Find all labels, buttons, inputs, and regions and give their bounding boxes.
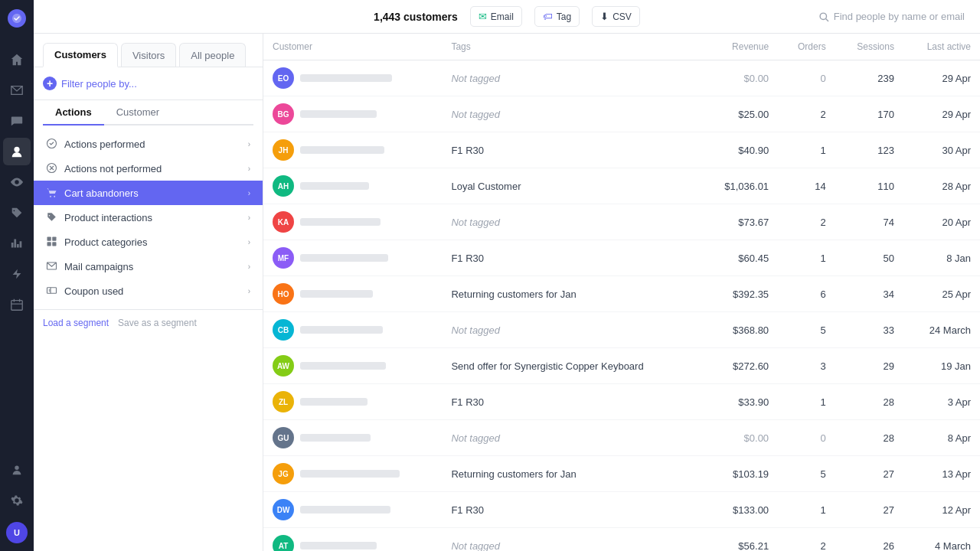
sub-tab-customer[interactable]: Customer xyxy=(104,100,172,126)
svg-rect-7 xyxy=(52,237,56,241)
user-avatar[interactable]: U xyxy=(6,522,28,543)
customer-name-blurred xyxy=(300,182,369,190)
table-row[interactable]: AT Not tagged$56.212264 March xyxy=(263,528,980,552)
customer-revenue: $133.00 xyxy=(701,492,779,528)
menu-item-mail-campaigns[interactable]: Mail campaigns › xyxy=(34,254,263,279)
avatar: AT xyxy=(273,535,294,551)
top-bar-center: 1,443 customers ✉ Email 🏷 Tag ⬇ CSV xyxy=(374,6,640,27)
customers-count: 1,443 customers xyxy=(374,11,458,23)
customer-revenue: $0.00 xyxy=(701,420,779,456)
customer-last-active: 13 Apr xyxy=(903,456,980,492)
nav-tag[interactable] xyxy=(3,199,31,227)
save-segment-button[interactable]: Save as a segment xyxy=(118,318,197,328)
customer-orders: 1 xyxy=(778,384,835,420)
table-row[interactable]: BG Not tagged$25.00217029 Apr xyxy=(263,96,980,132)
customer-name-blurred xyxy=(300,74,392,82)
search-area[interactable]: Find people by name or email xyxy=(818,11,965,22)
customer-name-blurred xyxy=(300,290,373,298)
nav-lightning[interactable] xyxy=(3,260,31,288)
menu-item-cart-abandoners[interactable]: Cart abandoners › xyxy=(34,181,263,205)
filter-button[interactable]: + Filter people by... xyxy=(43,77,253,90)
customer-last-active: 4 March xyxy=(903,528,980,552)
bottom-bar: Load a segment Save as a segment xyxy=(34,309,263,336)
nav-user-gear[interactable] xyxy=(3,456,31,484)
menu-item-actions-performed[interactable]: Actions performed › xyxy=(34,132,263,156)
customer-name-blurred xyxy=(300,218,381,226)
tab-all-people[interactable]: All people xyxy=(179,43,246,67)
menu-item-coupon-used[interactable]: Coupon used › xyxy=(34,279,263,303)
table-row[interactable]: MF F1 R30$60.451508 Jan xyxy=(263,240,980,276)
customer-tag: F1 R30 xyxy=(442,132,701,168)
mail-icon xyxy=(46,260,58,272)
customer-tag: F1 R30 xyxy=(442,240,701,276)
table-row[interactable]: KA Not tagged$73.6727420 Apr xyxy=(263,204,980,240)
csv-button[interactable]: ⬇ CSV xyxy=(592,6,640,27)
customer-revenue: $368.80 xyxy=(701,312,779,348)
table-row[interactable]: ZL F1 R30$33.901283 Apr xyxy=(263,384,980,420)
customer-name-blurred xyxy=(300,506,390,514)
app-logo[interactable] xyxy=(6,8,28,29)
customer-name-blurred xyxy=(300,434,371,442)
customer-revenue: $73.67 xyxy=(701,204,779,240)
menu-item-product-categories[interactable]: Product categories › xyxy=(34,230,263,254)
nav-eye[interactable] xyxy=(3,168,31,196)
sub-tab-actions[interactable]: Actions xyxy=(43,100,104,126)
customer-orders: 2 xyxy=(778,204,835,240)
circle-check-icon xyxy=(46,138,58,150)
table-row[interactable]: AW Send offer for Synergistic Copper Key… xyxy=(263,348,980,384)
col-header-customer: Customer xyxy=(263,34,442,60)
svg-point-4 xyxy=(50,196,51,197)
customer-last-active: 28 Apr xyxy=(903,168,980,204)
tab-visitors[interactable]: Visitors xyxy=(121,43,176,67)
top-bar: 1,443 customers ✉ Email 🏷 Tag ⬇ CSV Find… xyxy=(34,0,980,34)
customers-table-panel: CustomerTagsRevenueOrdersSessionsLast ac… xyxy=(263,34,980,551)
table-row[interactable]: CB Not tagged$368.8053324 March xyxy=(263,312,980,348)
customer-tag: F1 R30 xyxy=(442,492,701,528)
load-segment-button[interactable]: Load a segment xyxy=(43,318,109,328)
table-row[interactable]: HO Returning customers for Jan$392.35634… xyxy=(263,276,980,312)
email-button[interactable]: ✉ Email xyxy=(470,6,522,27)
customer-last-active: 25 Apr xyxy=(903,276,980,312)
nav-filter[interactable] xyxy=(3,425,31,453)
tag-button[interactable]: 🏷 Tag xyxy=(534,6,580,27)
nav-home[interactable] xyxy=(3,46,31,73)
tab-customers[interactable]: Customers xyxy=(43,43,118,67)
avatar: AW xyxy=(273,355,294,377)
customer-name-blurred xyxy=(300,110,377,118)
table-row[interactable]: GU Not tagged$0.000288 Apr xyxy=(263,420,980,456)
customer-sessions: 33 xyxy=(835,312,903,348)
nav-customers[interactable] xyxy=(3,138,31,165)
customer-revenue: $1,036.01 xyxy=(701,168,779,204)
menu-item-product-interactions[interactable]: Product interactions › xyxy=(34,205,263,230)
table-row[interactable]: AH Loyal Customer$1,036.011411028 Apr xyxy=(263,168,980,204)
table-row[interactable]: JH F1 R30$40.90112330 Apr xyxy=(263,132,980,168)
nav-chat[interactable] xyxy=(3,107,31,135)
chevron-right-icon: › xyxy=(248,238,250,246)
menu-item-actions-not-performed[interactable]: Actions not performed › xyxy=(34,156,263,181)
table-row[interactable]: DW F1 R30$133.0012712 Apr xyxy=(263,492,980,528)
customer-revenue: $103.19 xyxy=(701,456,779,492)
avatar: HO xyxy=(273,283,294,305)
chevron-right-icon: › xyxy=(248,140,250,148)
customer-orders: 3 xyxy=(778,348,835,384)
avatar: JG xyxy=(273,463,294,484)
nav-settings[interactable] xyxy=(3,487,31,514)
customer-sessions: 34 xyxy=(835,276,903,312)
nav-email[interactable] xyxy=(3,77,31,104)
avatar: BG xyxy=(273,103,294,125)
svg-point-5 xyxy=(54,196,55,197)
customer-orders: 2 xyxy=(778,528,835,552)
customer-tag: Not tagged xyxy=(442,60,701,96)
col-header-orders: Orders xyxy=(778,34,835,60)
nav-calendar[interactable] xyxy=(3,291,31,318)
table-row[interactable]: JG Returning customers for Jan$103.19527… xyxy=(263,456,980,492)
customer-name-blurred xyxy=(300,362,386,370)
svg-rect-11 xyxy=(47,288,57,294)
nav-chart[interactable] xyxy=(3,230,31,257)
customer-sessions: 28 xyxy=(835,384,903,420)
customer-orders: 0 xyxy=(778,420,835,456)
customer-name-blurred xyxy=(300,254,388,262)
filter-area: + Filter people by... xyxy=(34,67,263,100)
table-row[interactable]: EO Not tagged$0.00023929 Apr xyxy=(263,60,980,96)
avatar: EO xyxy=(273,67,294,89)
